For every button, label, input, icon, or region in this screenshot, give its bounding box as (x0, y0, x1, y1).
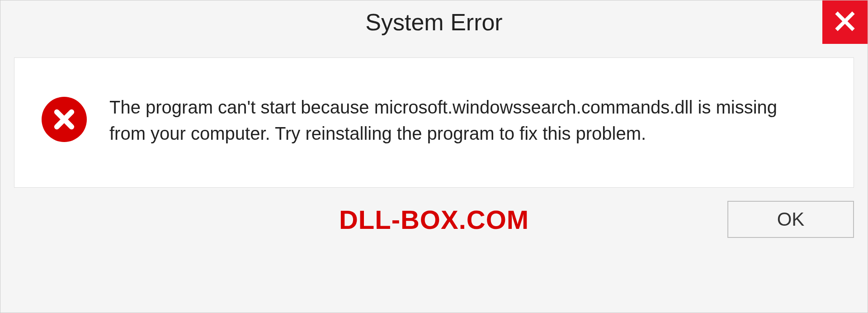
error-dialog: System Error The program can't start bec… (0, 0, 868, 313)
content-panel: The program can't start because microsof… (14, 57, 854, 188)
watermark-text: DLL-BOX.COM (339, 204, 529, 235)
dialog-title: System Error (365, 9, 502, 36)
dialog-footer: DLL-BOX.COM OK (0, 188, 868, 251)
close-icon (834, 10, 856, 34)
titlebar: System Error (0, 0, 868, 44)
close-button[interactable] (822, 0, 868, 44)
ok-button[interactable]: OK (727, 201, 854, 238)
ok-button-label: OK (777, 209, 805, 230)
error-icon (42, 97, 87, 142)
error-message: The program can't start because microsof… (109, 94, 810, 147)
